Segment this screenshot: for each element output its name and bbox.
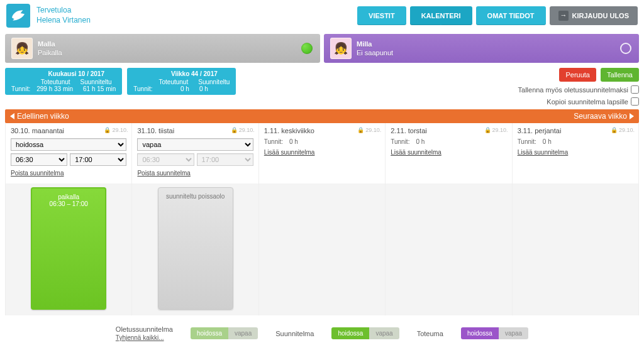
logout-button[interactable]: KIRJAUDU ULOS (550, 6, 638, 25)
status-indicator-present (301, 43, 313, 54)
copy-children-label: Kopioi suunnitelma lapsille (547, 98, 628, 106)
lock-date: 29.10. (365, 127, 381, 133)
prev-week-label: Edellinen viikko (17, 112, 69, 121)
save-default-checkbox[interactable] (631, 85, 639, 94)
real-label: Toteutunut (159, 79, 189, 85)
hours-value: 0 h (289, 138, 298, 145)
clear-all-link[interactable]: Tyhjennä kaikki... (116, 334, 164, 341)
plan-label: Suunniteltu (198, 79, 230, 85)
day-column-fri: 🔒29.10. 3.11. perjantai Tunnit:0 h Lisää… (513, 123, 639, 183)
week-title: Viikko 44 / 2017 (159, 70, 230, 77)
child-name: Milla (357, 40, 393, 48)
block-time: 06:30 – 17:00 (35, 200, 103, 207)
block-label: paikalla (35, 194, 103, 200)
pill-in: hoidossa (461, 327, 499, 339)
hours-label: Tunnit: (11, 85, 30, 92)
plan-type-select[interactable]: hoidossa (11, 138, 126, 151)
lock-date: 29.10. (112, 127, 128, 133)
hours-label: Tunnit: (391, 138, 409, 145)
block-label: suunniteltu poissaolo (161, 193, 230, 200)
end-time-select[interactable]: 17:00 (70, 153, 126, 166)
start-time-select: 06:30 (137, 153, 194, 166)
remove-plan-link[interactable]: Poista suunnitelma (11, 170, 64, 177)
add-plan-link[interactable]: Lisää suunnitelma (264, 149, 315, 156)
next-week-button[interactable]: Seuraava viikko (574, 112, 634, 121)
plan-label: Suunniteltu (80, 79, 112, 85)
day-column-tue: 🔒29.10. 31.10. tiistai vapaa 06:30 17:00… (132, 123, 258, 183)
hours-label: Tunnit: (518, 138, 536, 145)
welcome-label: Tervetuloa (36, 6, 91, 16)
save-default-label: Tallenna myös oletussuunnitelmaksi (518, 86, 628, 94)
copy-children-checkbox[interactable] (631, 97, 639, 106)
child-card-malla[interactable]: 👧 Malla Paikalla (5, 34, 320, 63)
start-time-select[interactable]: 06:30 (11, 153, 67, 166)
logout-label: KIRJAUDU ULOS (572, 12, 629, 19)
real-val: 0 h (180, 85, 189, 92)
logout-icon (558, 11, 569, 21)
nav-messages[interactable]: VIESTIT (357, 6, 406, 25)
avatar: 👧 (11, 38, 33, 59)
prev-week-button[interactable]: Edellinen viikko (10, 112, 69, 121)
pill-in: hoidossa (331, 327, 369, 339)
child-card-milla[interactable]: 👧 Milla Ei saapunut (324, 34, 639, 63)
user-name: Helena Virtanen (36, 16, 91, 26)
pill-off: vapaa (228, 327, 258, 339)
plan-val: 0 h (199, 85, 208, 92)
lock-icon: 🔒 (104, 127, 111, 133)
legend-plan-pills: hoidossa vapaa (331, 327, 399, 339)
day-column-thu: 🔒29.10. 2.11. torstai Tunnit:0 h Lisää s… (386, 123, 512, 183)
hours-value: 0 h (543, 138, 552, 145)
day-column-wed: 🔒29.10. 1.11. keskiviikko Tunnit:0 h Lis… (259, 123, 386, 183)
child-name: Malla (38, 40, 62, 48)
hours-label: Tunnit: (264, 138, 283, 145)
add-plan-link[interactable]: Lisää suunnitelma (391, 149, 441, 156)
nav-mydata[interactable]: OMAT TIEDOT (476, 6, 546, 25)
hours-label: Tunnit: (133, 85, 152, 92)
nav-calendar[interactable]: KALENTERI (410, 6, 472, 25)
remove-plan-link[interactable]: Poista suunnitelma (137, 170, 191, 177)
schedule-block-present[interactable]: paikalla 06:30 – 17:00 (31, 187, 106, 310)
end-time-select: 17:00 (197, 153, 253, 166)
save-button[interactable]: Tallenna (601, 68, 639, 82)
lock-icon: 🔒 (231, 127, 238, 133)
pill-off: vapaa (499, 327, 528, 339)
add-plan-link[interactable]: Lisää suunnitelma (518, 149, 569, 156)
week-stats: Tunnit: Viikko 44 / 2017 Toteutunut Suun… (127, 68, 236, 95)
month-title: Kuukausi 10 / 2017 (36, 70, 116, 77)
child-status: Ei saapunut (357, 48, 393, 57)
lock-icon: 🔒 (357, 127, 364, 133)
chevron-right-icon (630, 113, 634, 119)
cancel-button[interactable]: Peruuta (559, 68, 596, 82)
lock-date: 29.10. (239, 127, 255, 133)
child-status: Paikalla (38, 48, 62, 57)
lock-date: 29.10. (492, 127, 508, 133)
hours-value: 0 h (416, 138, 425, 145)
pill-in: hoidossa (191, 327, 228, 339)
legend-actual-pills: hoidossa vapaa (461, 327, 528, 339)
plan-type-select[interactable]: vapaa (137, 138, 253, 151)
day-column-mon: 🔒29.10. 30.10. maanantai hoidossa 06:30 … (6, 123, 132, 183)
next-week-label: Seuraava viikko (574, 112, 627, 121)
schedule-block-absence[interactable]: suunniteltu poissaolo (158, 187, 233, 310)
lock-icon: 🔒 (484, 127, 491, 133)
avatar: 👧 (330, 38, 352, 59)
status-indicator-absent (620, 43, 631, 54)
legend-actual-label: Toteuma (417, 330, 443, 337)
real-val: 299 h 33 min (36, 85, 73, 92)
real-label: Toteutunut (41, 79, 70, 85)
plan-val: 61 h 15 min (83, 85, 116, 92)
pill-off: vapaa (369, 327, 399, 339)
legend-plan-label: Suunnitelma (275, 330, 314, 337)
lock-date: 29.10. (619, 127, 635, 133)
lock-icon: 🔒 (611, 127, 618, 133)
month-stats: Tunnit: Kuukausi 10 / 2017 Toteutunut Su… (5, 68, 122, 95)
chevron-left-icon (10, 113, 14, 119)
legend-default-label: Oletussuunnitelma (116, 325, 173, 333)
legend-default-pills: hoidossa vapaa (191, 327, 258, 339)
app-logo (6, 4, 30, 28)
